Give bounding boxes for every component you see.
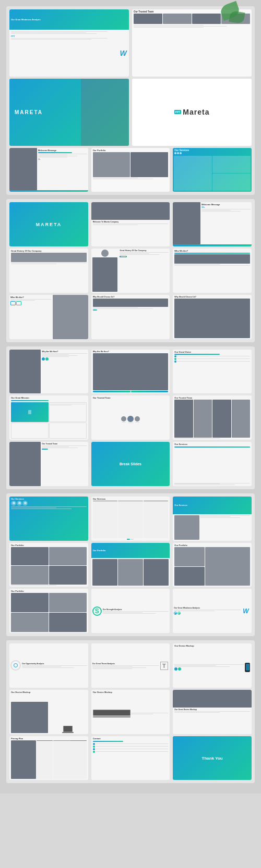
slide-why-here-1: Why Are We Here? <box>9 350 88 394</box>
age-label: 18+ <box>201 206 251 208</box>
slide-title: Our Services <box>93 498 169 500</box>
w-letter-2: W <box>243 607 248 615</box>
slide-services-grad: Our Services <box>9 497 88 541</box>
slide-great-mission: Our Great Mission <box>9 395 88 440</box>
slide-who-we-are-2: Who We Are? <box>9 295 88 339</box>
slide-mareta-2: MARETA <box>9 202 88 246</box>
slide-title: Our Great Mission <box>11 396 87 399</box>
slide-history-2: Great History Of Our Company <box>91 249 170 293</box>
slide-welcome-message-2: Welcome Message 18+ <box>173 202 252 246</box>
slide-title: Our Great Device Mockup <box>174 709 250 711</box>
slide-opportunity: Our Opportunity Analysis <box>9 643 88 688</box>
slide-title: Our Great Vision <box>174 351 250 353</box>
slide-portfolio-3: Our Portfolio <box>173 543 252 587</box>
slide-title: Our Device Mockup <box>174 644 250 647</box>
slide-title: Our Portfolio <box>11 544 87 547</box>
slide-title: Pricing Plan <box>11 737 87 740</box>
slide-why-here-2: Why Are We Here? <box>91 350 170 394</box>
slide-welcome-message-1: Welcome Message 18+ <box>9 148 88 192</box>
slide-title: Welcome Message <box>38 149 87 152</box>
slide-title: Our Portfolio <box>11 590 87 592</box>
slide-welcome-to-mareta: Welcome To Mareta Company <box>91 202 170 246</box>
slide-title: Our Great Weakness Analysis <box>11 18 41 21</box>
s-letter: S <box>95 607 99 615</box>
slide-title: Our Opportunity Analysis <box>22 663 87 665</box>
slide-title: Why Should Choose Us? <box>174 296 250 298</box>
section-1: Our Great Weakness Analysis PPT <box>6 6 255 195</box>
slide-title: Our Great Threat Analysis <box>92 663 160 665</box>
slide-mareta-main: MARETA <box>9 79 129 146</box>
slide-portfolio-grad: Our Portfolio <box>91 543 170 587</box>
slide-title: Great History Of Our Company <box>120 250 169 252</box>
slide-thank-you: Thank You <box>173 736 252 780</box>
slide-contact: Contact <box>91 736 170 780</box>
slide-title: Contact <box>93 737 169 740</box>
section-3: Why Are We Here? <box>6 346 255 489</box>
slide-title: Our Portfolio <box>174 544 250 547</box>
slide-trusted-team-4: Our Trusted Team <box>9 442 88 486</box>
section-5: Our Opportunity Analysis Our Great Threa… <box>6 640 255 783</box>
slide-threat-t: Our Great Threat Analysis T <box>91 643 170 688</box>
slide-title: Our Services <box>174 149 250 152</box>
slide-title: Why Are We Here? <box>42 351 87 353</box>
slide-services-1: Our Services <box>173 148 252 192</box>
slide-title: Our Trusted Team <box>93 396 169 399</box>
slide-title: Our Device Mockup <box>93 691 169 693</box>
thank-you-title: Thank You <box>202 756 223 761</box>
slide-great-vision: Our Great Vision <box>173 350 252 394</box>
slide-pricing-plan: Pricing Plan <box>9 736 88 780</box>
slide-portfolio-1: Our Portfolio <box>91 148 170 192</box>
slide-device-mockup-3: Our Device Mockup <box>91 690 170 734</box>
slide-break: Break Slides <box>91 442 170 486</box>
slide-title: Our Trusted Team <box>174 396 250 399</box>
slide-title: Our Strength Analysis <box>103 609 169 611</box>
slide-title: Our Services <box>174 504 187 506</box>
slide-title: Why Should Choose Us? <box>93 296 169 298</box>
slide-trusted-team-3: Our Trusted Team <box>173 395 252 440</box>
slide-title: Our Device Mockup <box>11 691 87 693</box>
slide-title: Who We Are? <box>10 296 51 299</box>
slide-trusted-team-2: Our Trusted Team <box>91 395 170 440</box>
slide-services-cards: Our Services <box>91 497 170 541</box>
slide-title: Great History Of Our Company <box>11 250 87 252</box>
slide-portfolio-4: Our Portfolio <box>9 589 88 633</box>
mareta-title: MARETA <box>15 109 43 115</box>
slide-services-photo: Our Services <box>173 497 252 541</box>
slide-title: Why Are We Here? <box>93 351 169 353</box>
slide-why-choose-1: Why Should Choose Us? <box>91 295 170 339</box>
slide-title: Our Portfolio <box>93 549 106 552</box>
slide-title: Our Trusted Team <box>42 443 87 445</box>
section-4: Our Services <box>6 493 255 636</box>
page: Our Great Weakness Analysis PPT <box>0 0 261 793</box>
section-2: MARETA Welcome To Mareta Company <box>6 199 255 342</box>
slide-portfolio-2: Our Portfolio <box>9 543 88 587</box>
slide-title: Our Services <box>174 443 250 445</box>
break-slides-title: Break Slides <box>120 462 141 466</box>
slide-strength-s: S Our Strength Analysis <box>91 589 170 633</box>
slide-weakness-analysis: Our Great Weakness Analysis PPT <box>9 9 129 77</box>
slide-weakness-w: Our Great Weakness Analysis W <box>173 589 252 633</box>
slide-title: Who We Are? <box>174 250 250 252</box>
slide-title: Our Services <box>11 498 87 500</box>
ppt-label: PPT <box>11 35 118 38</box>
slide-title: Our Great Weakness Analysis <box>174 607 241 609</box>
slide-title: Welcome To Mareta Company <box>93 221 169 223</box>
ppt-badge: PPT <box>174 110 182 114</box>
slide-ppt-logo: PPT Mareta <box>132 79 252 146</box>
slide-subtitle: 18+ <box>38 158 87 160</box>
slide-great-device: Our Great Device Mockup <box>173 690 252 734</box>
slide-history-1: Great History Of Our Company <box>9 249 88 293</box>
slide-services-2: Our Services <box>173 442 252 486</box>
slide-who-we-are-1: Who We Are? <box>173 249 252 293</box>
w-letter: W <box>120 49 126 57</box>
mareta-logo-text: Mareta <box>183 108 209 116</box>
slide-device-mockup-2: Our Device Mockup <box>9 690 88 734</box>
slide-why-choose-2: Why Should Choose Us? <box>173 295 252 339</box>
t-letter: T <box>162 663 166 669</box>
slide-title: Our Portfolio <box>93 149 169 152</box>
slide-device-mockup-1: Our Device Mockup <box>173 643 252 688</box>
mareta-title-2: MARETA <box>35 222 62 227</box>
